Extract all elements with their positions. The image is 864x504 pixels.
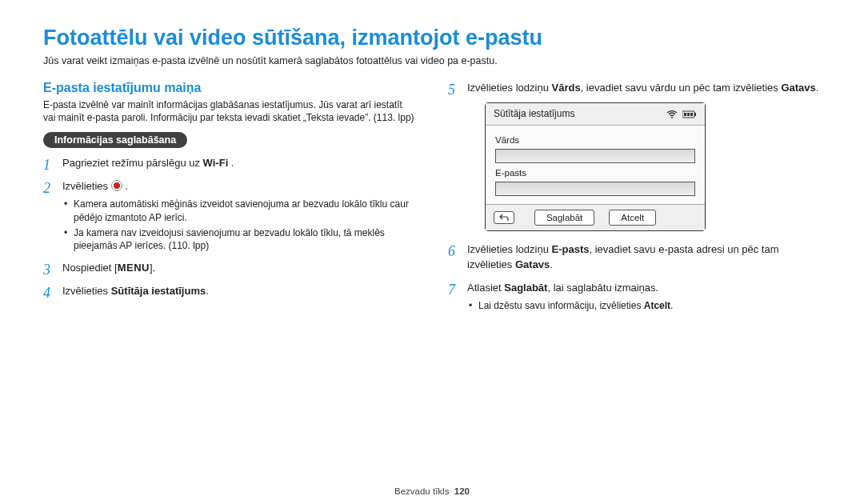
step-2-bullet-a: Kamera automātiski mēģinās izveidot savi…	[62, 198, 416, 225]
steps-left: Pagrieziet režīmu pārslēgu uz Wi-Fi . Iz…	[43, 156, 416, 299]
svg-point-0	[671, 117, 673, 118]
info-saving-pill: Informācijas saglabāšana	[43, 132, 187, 148]
subheading-desc: E-pasta izvēlnē var mainīt informācijas …	[43, 98, 416, 124]
svg-rect-2	[694, 113, 696, 116]
device-field-email-input[interactable]	[495, 182, 695, 196]
battery-icon	[682, 110, 697, 118]
step-5: Izvēlieties lodziņu Vārds, ievadiet savu…	[448, 81, 821, 231]
menu-label: MENU	[118, 262, 150, 274]
app-icon	[111, 180, 122, 191]
steps-right: Izvēlieties lodziņu Vārds, ievadiet savu…	[448, 81, 821, 313]
step-7: Atlasiet Saglabāt, lai saglabātu izmaiņa…	[448, 281, 821, 313]
left-column: E-pasta iestatījumu maiņa E-pasta izvēln…	[43, 81, 416, 321]
page-footer: Bezvadu tīkls 120	[0, 486, 864, 496]
step-2-bullet-b: Ja kamera nav izveidojusi savienojumu ar…	[62, 226, 416, 254]
wifi-label: Wi-Fi	[203, 157, 229, 169]
svg-rect-5	[690, 113, 693, 116]
footer-section: Bezvadu tīkls	[394, 486, 449, 496]
intro-text: Jūs varat veikt izmaiņas e-pasta izvēlnē…	[43, 55, 821, 66]
step-3: Nospiediet [MENU].	[43, 261, 416, 276]
back-icon[interactable]	[494, 211, 514, 224]
footer-page: 120	[454, 486, 470, 496]
cancel-button[interactable]: Atcelt	[609, 210, 656, 226]
save-button[interactable]: Saglabāt	[534, 210, 594, 226]
right-column: Izvēlieties lodziņu Vārds, ievadiet savu…	[448, 81, 821, 321]
device-title: Sūtītāja iestatījums	[494, 107, 574, 121]
device-field-name-input[interactable]	[495, 149, 695, 163]
device-panel: Sūtītāja iestatījums Vārds	[485, 102, 706, 231]
step-2: Izvēlieties . Kamera automātiski mēģinās…	[43, 179, 416, 253]
device-field-email-label: E-pasts	[495, 166, 695, 180]
svg-rect-4	[687, 113, 690, 116]
page-title: Fotoattēlu vai video sūtīšana, izmantojo…	[43, 26, 821, 50]
step-7-bullet: Lai dzēstu savu informāciju, izvēlieties…	[467, 299, 821, 313]
wifi-icon	[666, 110, 678, 118]
step-4: Izvēlieties Sūtītāja iestatījums.	[43, 284, 416, 299]
step-1: Pagrieziet režīmu pārslēgu uz Wi-Fi .	[43, 156, 416, 171]
svg-rect-3	[684, 113, 686, 116]
step-6: Izvēlieties lodziņu E-pasts, ievadiet sa…	[448, 242, 821, 273]
device-field-name-label: Vārds	[495, 134, 695, 147]
subheading: E-pasta iestatījumu maiņa	[43, 81, 416, 95]
